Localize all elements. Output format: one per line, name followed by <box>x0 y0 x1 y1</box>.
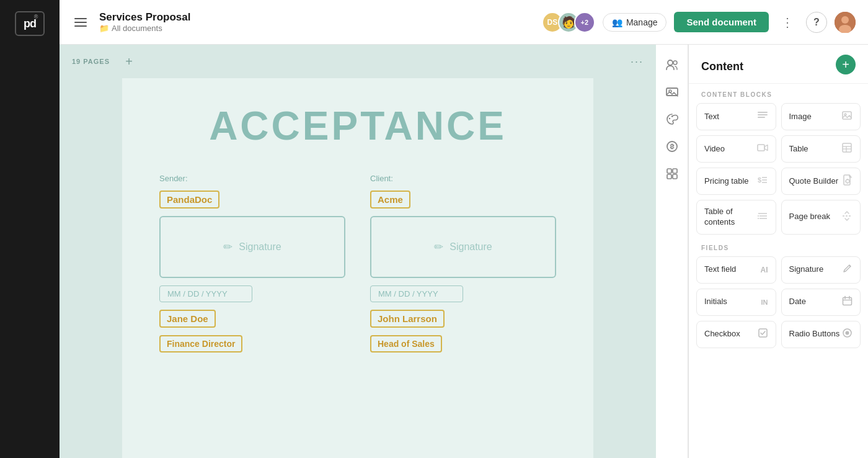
avatar-count[interactable]: +2 <box>574 12 595 33</box>
table-block-item[interactable]: Table <box>781 135 861 163</box>
sender-signatory-role[interactable]: Finance Director <box>159 335 242 352</box>
content-blocks-label: CONTENT BLOCKS <box>689 84 868 103</box>
radio-buttons-field-icon <box>842 328 852 341</box>
hamburger-menu[interactable] <box>72 16 89 29</box>
text-field-label: Text field <box>704 264 736 275</box>
folder-icon: 📁 <box>99 24 109 33</box>
svg-point-3 <box>668 60 673 65</box>
help-button[interactable]: ? <box>806 12 827 33</box>
page-break-block-label: Page break <box>789 212 831 222</box>
main-area: Services Proposal 📁 All documents DS 🧑 +… <box>60 0 868 458</box>
doc-subtitle: 📁 All documents <box>99 24 532 33</box>
table-block-icon <box>841 142 852 156</box>
svg-text:$: $ <box>758 176 761 184</box>
initials-field-label: Initials <box>704 297 727 307</box>
svg-rect-17 <box>843 112 851 119</box>
text-field-icon: AI <box>761 266 768 274</box>
sender-name-field[interactable]: PandaDoc <box>159 191 219 209</box>
palette-tool-button[interactable] <box>660 107 684 132</box>
client-date-field[interactable]: MM / DD / YYYY <box>370 285 463 302</box>
client-signatory: Client: Acme ✏ Signature MM / DD / YYYY … <box>370 174 556 352</box>
panel-add-button[interactable]: + <box>836 55 856 74</box>
svg-point-4 <box>673 61 677 65</box>
text-field-item[interactable]: Text field AI <box>696 256 776 284</box>
sender-date-field[interactable]: MM / DD / YYYY <box>159 285 252 302</box>
canvas-area: 19 PAGES + ··· ACCEPTANCE Sender: PandaD… <box>60 45 656 458</box>
image-block-label: Image <box>789 112 812 122</box>
content-blocks-grid: Text Image <box>689 103 868 237</box>
signature-field-item[interactable]: Signature <box>781 256 861 284</box>
panel-scroll: CONTENT BLOCKS Text <box>689 84 868 458</box>
toc-block-label: Table of contents <box>704 207 757 228</box>
pricing-tool-button[interactable] <box>660 134 684 159</box>
more-options-button[interactable]: ⋮ <box>776 11 799 34</box>
send-document-button[interactable]: Send document <box>674 12 769 32</box>
svg-point-7 <box>668 118 670 119</box>
quote-builder-block-item[interactable]: Quote Builder <box>781 168 861 195</box>
client-label: Client: <box>370 174 556 183</box>
checkbox-field-item[interactable]: Checkbox <box>696 321 776 348</box>
initials-field-item[interactable]: Initials IN <box>696 289 776 316</box>
video-block-item[interactable]: Video <box>696 135 776 163</box>
sender-signature-box[interactable]: ✏ Signature <box>159 216 345 278</box>
canvas-toolbar: 19 PAGES + ··· <box>60 45 656 78</box>
manage-icon: 👥 <box>612 17 622 27</box>
header-right: DS 🧑 +2 👥 Manage Send document ⋮ ? <box>542 11 856 34</box>
date-field-icon <box>842 295 852 308</box>
panel-header: Content + <box>689 45 868 84</box>
svg-rect-40 <box>759 329 767 337</box>
radio-buttons-field-label: Radio Buttons <box>789 329 840 339</box>
sender-signatory: Sender: PandaDoc ✏ Signature MM / DD / Y… <box>159 174 345 352</box>
signatories: Sender: PandaDoc ✏ Signature MM / DD / Y… <box>159 174 556 352</box>
doc-title: Services Proposal <box>99 11 532 24</box>
pricing-table-block-icon: $ <box>757 174 768 188</box>
radio-buttons-field-item[interactable]: Radio Buttons <box>781 321 861 348</box>
page-break-block-item[interactable]: Page break <box>781 200 861 235</box>
table-block-label: Table <box>789 144 808 155</box>
client-signature-box[interactable]: ✏ Signature <box>370 216 556 278</box>
signature-field-label: Signature <box>789 264 824 275</box>
date-field-item[interactable]: Date <box>781 289 861 316</box>
svg-point-33 <box>758 215 759 217</box>
panel-title: Content <box>701 60 743 73</box>
svg-rect-19 <box>758 145 764 151</box>
svg-rect-11 <box>673 169 677 173</box>
page-break-block-icon <box>841 210 852 224</box>
user-avatar[interactable] <box>835 12 856 33</box>
manage-button[interactable]: 👥 Manage <box>603 13 667 32</box>
avatars: DS 🧑 +2 <box>542 12 595 33</box>
quote-builder-block-label: Quote Builder <box>789 176 839 187</box>
media-tool-button[interactable] <box>660 79 684 104</box>
add-page-button[interactable]: + <box>120 52 138 71</box>
client-signatory-name[interactable]: John Larrson <box>370 310 445 328</box>
text-block-item[interactable]: Text <box>696 103 776 130</box>
image-block-icon <box>841 110 852 123</box>
pricing-table-block-label: Pricing table <box>704 176 749 187</box>
canvas-more-button[interactable]: ··· <box>631 55 644 68</box>
svg-point-1 <box>841 16 849 24</box>
people-tool-button[interactable] <box>660 52 684 77</box>
sender-signatory-name[interactable]: Jane Doe <box>159 310 216 328</box>
sender-label: Sender: <box>159 174 345 183</box>
pricing-table-block-item[interactable]: Pricing table $ <box>696 168 776 195</box>
text-block-label: Text <box>704 112 719 122</box>
fields-label: FIELDS <box>689 237 868 256</box>
client-name-field[interactable]: Acme <box>370 191 410 209</box>
top-header: Services Proposal 📁 All documents DS 🧑 +… <box>60 0 868 45</box>
svg-rect-12 <box>667 174 671 179</box>
signature-icon-2: ✏ <box>434 240 443 254</box>
document-page: ACCEPTANCE Sender: PandaDoc ✏ Signature … <box>122 78 593 458</box>
svg-point-8 <box>671 115 672 117</box>
client-signatory-role[interactable]: Head of Sales <box>370 335 442 352</box>
checkbox-field-label: Checkbox <box>704 329 740 339</box>
logo-bar: pd ® <box>0 0 60 458</box>
acceptance-title: ACCEPTANCE <box>159 103 556 149</box>
image-block-item[interactable]: Image <box>781 103 861 130</box>
video-block-label: Video <box>704 144 725 155</box>
table-of-contents-block-item[interactable]: Table of contents <box>696 200 776 235</box>
text-block-icon <box>757 110 768 123</box>
video-block-icon <box>757 142 768 156</box>
checkbox-field-icon <box>758 328 768 341</box>
grid-tool-button[interactable] <box>660 161 684 186</box>
side-toolbar <box>656 45 688 458</box>
